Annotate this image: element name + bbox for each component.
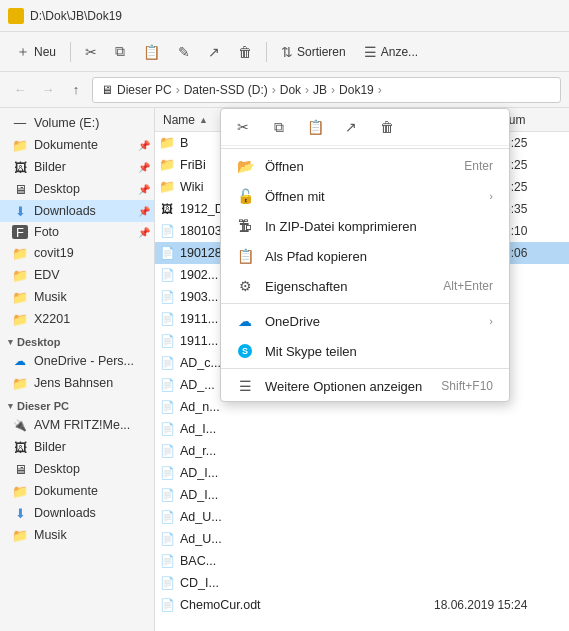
zip-icon: 🗜 — [237, 218, 253, 234]
sidebar-item-volume[interactable]: — Volume (E:) — [0, 112, 154, 134]
window-icon — [8, 8, 24, 24]
breadcrumb[interactable]: 🖥 Dieser PC › Daten-SSD (D:) › Dok › JB … — [92, 77, 561, 103]
sidebar-item-fritzme[interactable]: 🔌 AVM FRITZ!Me... — [0, 414, 154, 436]
pin-icon: 📌 — [138, 227, 150, 238]
view-icon: ☰ — [364, 44, 377, 60]
ctx-open-button[interactable]: 📂 Öffnen Enter — [221, 151, 509, 181]
ctx-cut-button[interactable]: ✂ — [229, 113, 257, 141]
file-type-icon: 📄 — [159, 377, 175, 393]
file-type-icon: 📄 — [159, 245, 175, 261]
sidebar-item-edv[interactable]: 📁 EDV — [0, 264, 154, 286]
skype-icon: S — [237, 343, 253, 359]
view-button[interactable]: ☰ Anze... — [356, 40, 426, 64]
back-button[interactable]: ← — [8, 78, 32, 102]
section-label: Dieser PC — [17, 400, 69, 412]
up-button[interactable]: ↑ — [64, 78, 88, 102]
file-name: 📄 AD_I... — [159, 465, 430, 481]
sidebar-item-desktop2[interactable]: 🖥 Desktop — [0, 458, 154, 480]
ctx-onedrive-button[interactable]: ☁ OneDrive › — [221, 306, 509, 336]
sidebar-item-covit19[interactable]: 📁 covit19 — [0, 242, 154, 264]
pictures-icon: 🖼 — [12, 159, 28, 175]
ctx-properties-button[interactable]: ⚙ Eigenschaften Alt+Enter — [221, 271, 509, 301]
ctx-onedrive-label: OneDrive — [265, 314, 477, 329]
properties-icon: ⚙ — [237, 278, 253, 294]
forward-button[interactable]: → — [36, 78, 60, 102]
file-name: 📄 Ad_r... — [159, 443, 430, 459]
sidebar-item-label: Jens Bahnsen — [34, 376, 113, 390]
ctx-skype-label: Mit Skype teilen — [265, 344, 493, 359]
table-row[interactable]: 📄 CD_I... — [155, 572, 569, 594]
sidebar-item-x2201[interactable]: 📁 X2201 — [0, 308, 154, 330]
sort-icon: ⇅ — [281, 44, 293, 60]
sidebar-item-label: Volume (E:) — [34, 116, 99, 130]
ctx-paste-button[interactable]: 📋 — [301, 113, 329, 141]
ctx-zip-label: In ZIP-Datei komprimieren — [265, 219, 493, 234]
ctx-properties-shortcut: Alt+Enter — [443, 279, 493, 293]
sidebar-item-musik[interactable]: 📁 Musik — [0, 286, 154, 308]
folder-icon: 📁 — [12, 245, 28, 261]
table-row[interactable]: 📄 AD_I... — [155, 462, 569, 484]
breadcrumb-icon: 🖥 — [101, 83, 113, 97]
ctx-copypath-button[interactable]: 📋 Als Pfad kopieren — [221, 241, 509, 271]
sidebar-item-label: EDV — [34, 268, 60, 282]
sidebar-item-onedrive[interactable]: ☁ OneDrive - Pers... — [0, 350, 154, 372]
file-type-icon: 📁 — [159, 135, 175, 151]
sort-arrow-icon: ▲ — [199, 115, 208, 125]
sidebar-item-downloads1[interactable]: ⬇ Downloads 📌 — [0, 200, 154, 222]
table-row[interactable]: 📄 Ad_I... — [155, 418, 569, 440]
open-icon: 📂 — [237, 158, 253, 174]
ctx-separator2 — [221, 303, 509, 304]
ctx-copy-button[interactable]: ⧉ — [265, 113, 293, 141]
sidebar-item-desktop[interactable]: 🖥 Desktop 📌 — [0, 178, 154, 200]
table-row[interactable]: 📄 Ad_r... — [155, 440, 569, 462]
sidebar-item-jens[interactable]: 📁 Jens Bahnsen — [0, 372, 154, 394]
file-name: 📄 AD_I... — [159, 487, 430, 503]
ctx-more-button[interactable]: ☰ Weitere Optionen anzeigen Shift+F10 — [221, 371, 509, 401]
file-type-icon: 📄 — [159, 355, 175, 371]
ctx-delete-button[interactable]: 🗑 — [373, 113, 401, 141]
file-name: 📄 Ad_U... — [159, 509, 430, 525]
sidebar-item-dokumente[interactable]: 📁 Dokumente 📌 — [0, 134, 154, 156]
more-icon: ☰ — [237, 378, 253, 394]
table-row[interactable]: 📄 BAC... — [155, 550, 569, 572]
sidebar-item-label: Desktop — [34, 462, 80, 476]
ctx-separator3 — [221, 368, 509, 369]
sidebar-item-dokumente2[interactable]: 📁 Dokumente — [0, 480, 154, 502]
openwith-icon: 🔓 — [237, 188, 253, 204]
delete-button[interactable]: 🗑 — [230, 40, 260, 64]
table-row[interactable]: 📄 ChemoCur.odt 18.06.2019 15:24 — [155, 594, 569, 616]
sidebar-item-label: Desktop — [34, 182, 80, 196]
ctx-openwith-button[interactable]: 🔓 Öffnen mit › — [221, 181, 509, 211]
rename-button[interactable]: ✎ — [170, 40, 198, 64]
window-title: D:\Dok\JB\Dok19 — [30, 9, 122, 23]
sidebar-item-downloads2[interactable]: ⬇ Downloads — [0, 502, 154, 524]
sidebar-item-musik2[interactable]: 📁 Musik — [0, 524, 154, 546]
sidebar-item-label: Downloads — [34, 204, 96, 218]
submenu-arrow-icon2: › — [489, 315, 493, 327]
file-type-icon: 📄 — [159, 289, 175, 305]
sort-button[interactable]: ⇅ Sortieren — [273, 40, 354, 64]
file-type-icon: 📄 — [159, 487, 175, 503]
ctx-share-button[interactable]: ↗ — [337, 113, 365, 141]
ctx-skype-button[interactable]: S Mit Skype teilen — [221, 336, 509, 366]
new-button[interactable]: ＋ Neu — [8, 39, 64, 65]
sidebar-item-foto[interactable]: F Foto 📌 — [0, 222, 154, 242]
copy-button[interactable]: ⧉ — [107, 39, 133, 64]
cut-button[interactable]: ✂ — [77, 40, 105, 64]
sidebar-item-label: Bilder — [34, 160, 66, 174]
sidebar-item-bilder2[interactable]: 🖼 Bilder — [0, 436, 154, 458]
table-row[interactable]: 📄 AD_I... — [155, 484, 569, 506]
file-type-icon: 📄 — [159, 443, 175, 459]
file-type-icon: 📄 — [159, 223, 175, 239]
sidebar-item-bilder[interactable]: 🖼 Bilder 📌 — [0, 156, 154, 178]
table-row[interactable]: 📄 Ad_U... — [155, 506, 569, 528]
breadcrumb-dok19: Dok19 — [339, 83, 374, 97]
paste-button[interactable]: 📋 — [135, 40, 168, 64]
ctx-zip-button[interactable]: 🗜 In ZIP-Datei komprimieren — [221, 211, 509, 241]
sidebar-item-label: Dokumente — [34, 138, 98, 152]
ctx-open-label: Öffnen — [265, 159, 452, 174]
table-row[interactable]: 📄 Ad_U... — [155, 528, 569, 550]
sidebar-item-label: Downloads — [34, 506, 96, 520]
sidebar-item-label: X2201 — [34, 312, 70, 326]
share-button[interactable]: ↗ — [200, 40, 228, 64]
